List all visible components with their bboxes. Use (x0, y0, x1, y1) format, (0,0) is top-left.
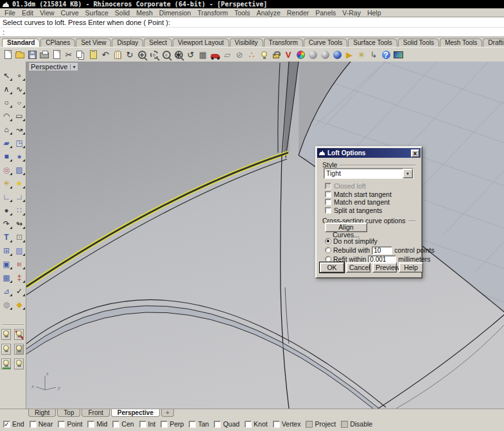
osnap-knot[interactable]: Knot (245, 420, 268, 428)
boolean-tool[interactable]: ✳ (1, 177, 13, 189)
layer-lamp-new[interactable] (1, 359, 11, 369)
explode-tool[interactable]: ★ (13, 177, 26, 189)
trim-tool[interactable]: ⊿ (1, 285, 13, 297)
osnap-project[interactable]: Project (306, 420, 336, 428)
zoom-selected-button[interactable]: ◦ (161, 49, 172, 61)
select-tool[interactable]: ↖ (1, 69, 13, 81)
paste-button[interactable] (87, 49, 99, 61)
osnap-tan[interactable]: Tan (189, 420, 209, 428)
osnap-mid[interactable]: Mid (87, 420, 107, 428)
transform[interactable]: Transform (264, 38, 303, 47)
dialog-titlebar[interactable]: Loft Options × (317, 148, 421, 158)
standard[interactable]: Standard (2, 38, 40, 47)
ellipse-tool[interactable]: ○ (13, 96, 26, 108)
edit[interactable]: Edit (19, 9, 37, 17)
zoom-extents-button[interactable]: ∗ (173, 49, 184, 61)
osnap-vertex[interactable]: Vertex (273, 420, 301, 428)
cplanes[interactable]: CPlanes (40, 38, 75, 47)
drafting[interactable]: Drafting (483, 38, 504, 47)
viewport-tab-new[interactable]: + (161, 409, 174, 417)
match-end-tangent[interactable]: Match end tangent (325, 198, 418, 206)
adjust-blend-tool[interactable]: ↷ (1, 217, 13, 230)
checkbox-icon[interactable] (325, 207, 331, 214)
extract-surface-tool[interactable]: ∟ (1, 190, 13, 203)
curve-from-objects-tool[interactable]: ↝ (13, 123, 26, 135)
analyze[interactable]: Analyze (253, 9, 283, 17)
torus-tool[interactable]: ◎ (1, 164, 13, 176)
checkbox-icon[interactable] (87, 421, 94, 428)
closed-loft[interactable]: Closed loft (325, 182, 418, 190)
block-tool[interactable]: ⊞ (1, 244, 13, 257)
osnap-near[interactable]: Near (30, 420, 53, 428)
checkbox-icon[interactable] (245, 421, 252, 428)
help[interactable]: Help (399, 262, 423, 273)
hatch-tool[interactable]: ▨ (13, 244, 26, 257)
checkbox-icon[interactable] (325, 191, 331, 198)
blend-surface-tool[interactable]: ● (1, 204, 13, 216)
osnap-quad[interactable]: Quad (214, 420, 239, 428)
mesh-tools[interactable]: Mesh Tools (440, 38, 482, 47)
point-tool[interactable]: ∘ (13, 69, 26, 81)
ok[interactable]: OK (320, 262, 344, 273)
analyze-surface-tool[interactable]: ◍ (1, 298, 13, 310)
checkbox-icon[interactable] (3, 421, 10, 428)
circle-tool[interactable]: ○ (1, 96, 13, 108)
move-point-tool[interactable]: ⊡ (13, 231, 26, 243)
named-views-button[interactable] (209, 49, 221, 61)
osnap-perp[interactable]: Perp (161, 420, 184, 428)
solid-tools[interactable]: Solid Tools (398, 38, 439, 47)
v-ray[interactable]: V-Ray (339, 9, 364, 17)
rotate-view-button[interactable]: ↻ (124, 49, 135, 61)
viewport-title[interactable]: Perspective ▾ (29, 63, 78, 71)
dropdown-arrow-icon[interactable]: ▼ (403, 169, 413, 178)
radio-icon[interactable] (325, 247, 331, 253)
show-objects-button[interactable] (258, 49, 270, 61)
layer-lamp-locked[interactable] (14, 344, 24, 355)
do-not-simplify[interactable]: Do not simplify (325, 237, 419, 245)
group-tool[interactable]: ∷ (13, 204, 26, 216)
checkbox-icon[interactable] (112, 421, 119, 428)
radio-icon[interactable] (325, 256, 331, 262)
history-button[interactable]: ↳ (368, 49, 379, 61)
lock-button[interactable] (270, 49, 282, 61)
checkbox-icon[interactable] (273, 421, 280, 428)
file[interactable]: File (1, 9, 19, 17)
vray-button[interactable]: V (282, 49, 294, 61)
hide-button[interactable]: ⊘ (234, 49, 245, 61)
viewport-canvas[interactable]: z x y (26, 62, 504, 409)
checkbox-icon[interactable] (214, 421, 221, 428)
dimension[interactable]: Dimension (156, 9, 195, 17)
surface-tools[interactable]: Surface Tools (348, 38, 397, 47)
print-button[interactable] (39, 49, 50, 61)
curve[interactable]: Curve (58, 9, 82, 17)
help-button[interactable]: ? (380, 49, 392, 61)
chevron-down-icon[interactable]: ▾ (70, 64, 75, 70)
undo-button[interactable]: ↶ (100, 49, 111, 61)
osnap-disable[interactable]: Disable (341, 420, 372, 428)
export-button[interactable] (51, 49, 62, 61)
surface-corner-tool[interactable]: ◳ (13, 137, 26, 149)
set-view[interactable]: Set View (76, 38, 111, 47)
view[interactable]: View (37, 9, 58, 17)
viewport-tab-top[interactable]: Top (57, 409, 80, 417)
polyline-tool[interactable]: ∧ (1, 83, 13, 95)
arc-tool[interactable]: ◠ (1, 110, 13, 122)
cancel[interactable]: Cancel (346, 262, 370, 273)
save-button[interactable] (26, 49, 38, 61)
viewport-perspective[interactable]: z x y Perspective ▾ Loft Options × (26, 62, 504, 409)
zoom-dynamic-button[interactable]: + (136, 49, 148, 61)
point-edit-tool[interactable]: ✓ (13, 285, 26, 297)
help[interactable]: Help (364, 9, 385, 17)
viewport-layout[interactable]: Viewport Layout (173, 38, 229, 47)
visibility[interactable]: Visibility (230, 38, 263, 47)
gem-tool[interactable]: ◆ (13, 298, 26, 310)
text-tool[interactable]: T (1, 231, 13, 243)
surface-from-points-tool[interactable]: ▰ (1, 137, 13, 149)
box-tool[interactable]: ■ (1, 150, 13, 162)
options-button[interactable]: ✳ (356, 49, 367, 61)
material-button[interactable] (392, 49, 404, 61)
rendered-view-button[interactable] (331, 49, 343, 61)
osnap-cen[interactable]: Cen (112, 420, 134, 428)
solid-tool[interactable]: ▣ (1, 258, 13, 270)
rebuild-count-input[interactable] (372, 246, 392, 255)
